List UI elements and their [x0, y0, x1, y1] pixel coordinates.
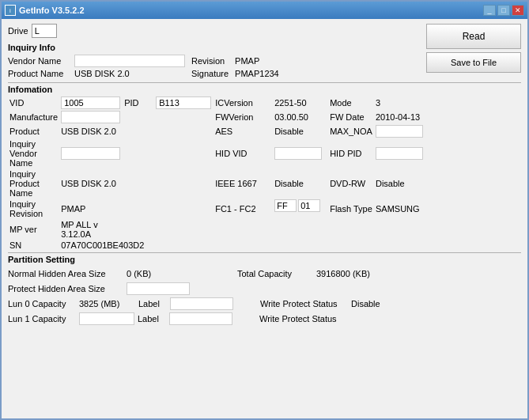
pid-input[interactable] — [156, 96, 211, 109]
read-button[interactable]: Read — [426, 24, 521, 49]
write-protect1-label: Write Protect Status — [259, 314, 350, 324]
partition-section: Partition Setting Normal Hidden Area Siz… — [8, 255, 521, 326]
save-button[interactable]: Save to File — [426, 52, 521, 73]
main-window: i GetInfo V3.5.2.2 _ □ ✕ Drive Inquiry I… — [0, 0, 529, 420]
lun0-label-label: Label — [138, 299, 170, 308]
information-label: Infomation — [8, 85, 521, 94]
app-icon: i — [5, 5, 16, 16]
manufacture-label: Manufacture — [8, 110, 59, 124]
hid-pid-label: HID PID — [328, 138, 374, 168]
protect-hidden-label: Protect Hidden Area Size — [8, 284, 127, 293]
pid-label: PID — [123, 96, 154, 110]
signature-value: PMAP1234 — [232, 68, 282, 79]
close-button[interactable]: ✕ — [512, 5, 524, 16]
mode-label: Mode — [328, 96, 374, 110]
fwversion-value: 03.00.50 — [273, 110, 328, 124]
fc1fc2-label: FC1 - FC2 — [213, 199, 273, 219]
information-section: Infomation VID PID ICVersion 2251-50 Mod… — [8, 85, 521, 251]
info-row-4: Inquiry Vendor Name HID VID HID PID — [8, 138, 521, 168]
info-row-3: Product USB DISK 2.0 AES Disable MAX_NOA — [8, 124, 521, 138]
aes-label: AES — [213, 124, 273, 138]
total-capacity-value: 3916800 (KB) — [316, 269, 370, 278]
drive-row: Drive — [8, 24, 418, 38]
partition-label: Partition Setting — [8, 255, 521, 264]
product-name-value: USB DISK 2.0 — [71, 68, 188, 79]
inq-product-value: USB DISK 2.0 — [59, 168, 123, 199]
inquiry-info-section: Inquiry Info Vendor Name Revision PMAP P… — [8, 43, 418, 79]
info-row-2: Manufacture FWVerion 03.00.50 FW Date 20… — [8, 110, 521, 124]
icversion-value: 2251-50 — [273, 96, 328, 110]
inq-vendor-input[interactable] — [61, 147, 120, 160]
dvdrw-value: Disable — [374, 168, 521, 199]
icversion-label: ICVersion — [213, 96, 273, 110]
lun1-input[interactable] — [79, 312, 134, 325]
mode-value: 3 — [374, 96, 521, 110]
inq-revision-value: PMAP — [59, 199, 123, 219]
write-protect0-value: Disable — [351, 299, 380, 308]
lun1-label-input[interactable] — [169, 312, 232, 325]
ieee1667-label: IEEE 1667 — [213, 168, 273, 199]
fc2-input[interactable] — [298, 199, 320, 212]
partition-row-1: Normal Hidden Area Size 0 (KB) Total Cap… — [8, 266, 521, 281]
fc1-input[interactable] — [274, 199, 297, 212]
window-title: GetInfo V3.5.2.2 — [19, 6, 85, 15]
lun1-label: Lun 1 Capacity — [8, 314, 79, 324]
info-row-7: MP ver MP ALL v 3.12.0A — [8, 219, 521, 240]
drive-input[interactable] — [32, 24, 57, 38]
vid-input[interactable] — [61, 96, 120, 109]
hid-vid-label: HID VID — [213, 138, 273, 168]
inq-revision-label: Inquiry Revision — [8, 199, 59, 219]
write-protect0-label: Write Protect Status — [260, 299, 351, 308]
hid-pid-input[interactable] — [376, 147, 423, 160]
manufacture-input[interactable] — [61, 111, 120, 123]
separator-1 — [8, 82, 521, 83]
top-row: Drive Inquiry Info Vendor Name Revision — [8, 24, 521, 79]
normal-hidden-value: 0 (KB) — [127, 269, 190, 278]
vendor-name-input[interactable] — [74, 55, 185, 67]
fwdate-value: 2010-04-13 — [374, 110, 521, 124]
sn-label: SN — [8, 240, 59, 251]
fwversion-label: FWVerion — [213, 110, 273, 124]
sn-value: 07A70C001BE403D2 — [59, 240, 521, 251]
product-row: Product Name USB DISK 2.0 Signature PMAP… — [8, 68, 282, 79]
title-bar: i GetInfo V3.5.2.2 _ □ ✕ — [2, 2, 527, 19]
content-area: Drive Inquiry Info Vendor Name Revision — [2, 19, 527, 418]
partition-row-2: Protect Hidden Area Size — [8, 281, 521, 296]
signature-label: Signature — [188, 68, 232, 79]
info-row-1: VID PID ICVersion 2251-50 Mode 3 — [8, 96, 521, 110]
lun1-row: Lun 1 Capacity Label Write Protect Statu… — [8, 311, 521, 326]
vendor-name-cell — [71, 54, 188, 68]
aes-value: Disable — [273, 124, 328, 138]
minimize-button[interactable]: _ — [483, 5, 496, 16]
inq-vendor-label: Inquiry Vendor Name — [8, 138, 59, 168]
information-table: VID PID ICVersion 2251-50 Mode 3 Manufac… — [8, 96, 521, 251]
flash-type-value: SAMSUNG — [374, 199, 521, 219]
total-capacity-label: Total Capacity — [237, 269, 316, 278]
info-row-8: SN 07A70C001BE403D2 — [8, 240, 521, 251]
title-bar-left: i GetInfo V3.5.2.2 — [5, 5, 85, 16]
lun1-label-label: Label — [138, 314, 169, 324]
lun0-label-input[interactable] — [170, 297, 233, 310]
left-column: Drive Inquiry Info Vendor Name Revision — [8, 24, 418, 79]
revision-label: Revision — [188, 54, 232, 68]
inquiry-info-label: Inquiry Info — [8, 43, 418, 52]
inq-product-label: Inquiry Product Name — [8, 168, 59, 199]
drive-label: Drive — [8, 26, 28, 36]
info-row-6: Inquiry Revision PMAP FC1 - FC2 Flash Ty… — [8, 199, 521, 219]
separator-2 — [8, 252, 521, 253]
maximize-button[interactable]: □ — [497, 5, 510, 16]
ieee1667-value: Disable — [273, 168, 328, 199]
dvdrw-label: DVD-RW — [328, 168, 374, 199]
right-buttons: Read Save to File — [418, 24, 521, 73]
hid-vid-input[interactable] — [274, 147, 322, 160]
vid-label: VID — [8, 96, 59, 110]
maxnoa-label: MAX_NOA — [328, 124, 374, 138]
lun0-label: Lun 0 Capacity — [8, 299, 79, 308]
info-row-5: Inquiry Product Name USB DISK 2.0 IEEE 1… — [8, 168, 521, 199]
protect-hidden-input[interactable] — [127, 282, 190, 295]
maxnoa-input[interactable] — [376, 125, 423, 138]
fwdate-label: FW Date — [328, 110, 374, 124]
window-controls: _ □ ✕ — [483, 5, 524, 16]
mpver-value: MP ALL v 3.12.0A — [59, 219, 123, 240]
vendor-name-label: Vendor Name — [8, 54, 71, 68]
